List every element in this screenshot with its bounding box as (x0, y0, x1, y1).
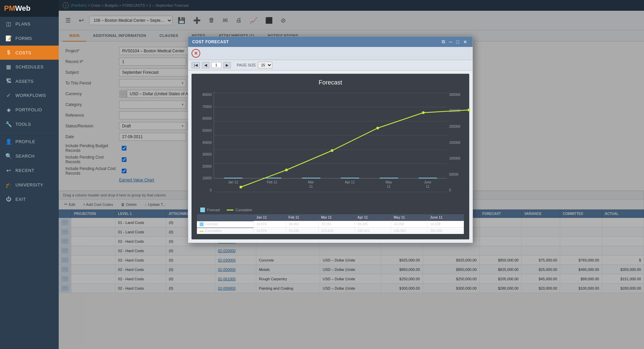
modal-page-bar: |◀ ◀ ▶ PAGE SIZE 15 25 50 (188, 60, 473, 70)
sidebar-item-forms[interactable]: 📝 FORMS (0, 31, 59, 46)
x-label-jun: June11 (408, 180, 447, 189)
sidebar-item-profile[interactable]: 👤 PROFILE (0, 134, 59, 149)
sidebar-divider (0, 133, 59, 133)
bar-jun (408, 178, 447, 178)
svg-point-1 (285, 169, 288, 171)
sidebar-item-tools[interactable]: 🔧 TOOLS (0, 117, 59, 131)
page-prev-button[interactable]: ◀ (202, 62, 209, 68)
svg-point-4 (422, 111, 425, 114)
bar-feb (253, 178, 292, 178)
sidebar-item-search[interactable]: 🔍 SEARCH (0, 149, 59, 163)
x-label-feb: Feb 11 (253, 180, 291, 184)
page-next-button[interactable]: ▶ (223, 62, 231, 68)
page-number-input[interactable] (211, 62, 221, 68)
legend-cumulative-icon (227, 210, 233, 211)
legend-cumulative: Cumulative (227, 208, 252, 212)
sidebar-item-recent[interactable]: ↩ RECENT (0, 163, 59, 178)
chart-y-axis-left: 80000 70000 60000 50000 40000 30000 2000… (197, 92, 214, 206)
modal-title-buttons: ⧉ ─ □ ✕ (440, 39, 469, 45)
logo: PMWeb (0, 0, 59, 17)
page-first-button[interactable]: |◀ (192, 62, 200, 68)
modal-title-bar: COST FORECAST ⧉ ─ □ ✕ (188, 37, 473, 47)
bar-may (369, 178, 408, 178)
exit-icon: ⏻ (5, 196, 12, 202)
sidebar-item-assets[interactable]: 🏗 ASSETS (0, 74, 59, 88)
bar-mar (292, 178, 331, 178)
workflows-icon: ✓ (5, 92, 12, 99)
x-label-may: May11 (369, 180, 408, 189)
cumulative-line-svg (214, 92, 447, 178)
search-icon: 🔍 (5, 153, 12, 159)
schedules-icon: ▦ (5, 64, 12, 70)
bar-jan (214, 178, 253, 178)
costs-icon: $ (5, 50, 12, 56)
legend-forecast-icon (200, 208, 205, 212)
sidebar: PMWeb ◫ PLANS 📝 FORMS $ COSTS ▦ SCHEDULE… (0, 0, 59, 349)
modal-close-button[interactable]: ✕ (462, 39, 469, 45)
sidebar-item-portfolio[interactable]: ◈ PORTFOLIO (0, 103, 59, 117)
plans-icon: ◫ (5, 21, 12, 27)
data-row-forecast: Forecast 14,974 38,462 70,191 69,285 43,… (197, 221, 464, 228)
profile-icon: 👤 (5, 138, 12, 145)
modal-title: COST FORECAST (192, 40, 229, 44)
data-row-cumulative: Cumulative 14,974 53,436 123,626 192,911… (197, 228, 464, 234)
chart-legend: Forecast Cumulative (197, 206, 464, 214)
modal-maximize-button[interactable]: □ (455, 39, 461, 45)
chart-title: Forecast (197, 79, 464, 86)
legend-forecast: Forecast (200, 208, 220, 212)
university-icon: 🎓 (5, 182, 12, 188)
svg-point-3 (376, 127, 379, 129)
chart-data-table: Jan 11 Feb 11 Mar 11 Apr 11 May 11 June … (197, 214, 464, 234)
sidebar-item-exit[interactable]: ⏻ EXIT (0, 192, 59, 206)
x-label-apr: Apr 11 (330, 180, 369, 184)
sidebar-item-costs[interactable]: $ COSTS (0, 46, 59, 60)
cost-forecast-modal: COST FORECAST ⧉ ─ □ ✕ ✕ |◀ ◀ ▶ PAGE SIZE… (188, 36, 473, 243)
bar-apr (330, 178, 369, 178)
modal-restore-button[interactable]: ⧉ (440, 39, 446, 45)
sidebar-item-workflows[interactable]: ✓ WORKFLOWS (0, 88, 59, 103)
svg-point-2 (331, 149, 333, 152)
page-size-label: PAGE SIZE (237, 63, 256, 67)
tools-icon: 🔧 (5, 121, 12, 127)
chart-y-axis-right: 300000 250000 200000 150000 100000 50000… (447, 92, 464, 206)
assets-icon: 🏗 (5, 78, 12, 84)
svg-point-5 (468, 109, 470, 111)
modal-toolbar: ✕ (188, 47, 473, 60)
chart-container: Forecast 80000 70000 60000 50000 40000 3… (192, 74, 469, 239)
page-size-select[interactable]: 15 25 50 (258, 62, 272, 68)
x-label-mar: Mar11 (291, 180, 330, 189)
modal-close-circle-button[interactable]: ✕ (192, 49, 200, 58)
portfolio-icon: ◈ (5, 107, 12, 113)
sidebar-item-schedules[interactable]: ▦ SCHEDULES (0, 60, 59, 74)
x-label-jan: Jan 11 (214, 180, 253, 184)
sidebar-item-university[interactable]: 🎓 UNIVERSITY (0, 178, 59, 192)
forms-icon: 📝 (5, 35, 12, 42)
modal-minimize-button[interactable]: ─ (448, 39, 454, 45)
sidebar-item-plans[interactable]: ◫ PLANS (0, 17, 59, 31)
recent-icon: ↩ (5, 167, 12, 174)
chart-bars-area: Jan 11 Feb 11 Mar11 Apr 11 May11 June11 (214, 92, 447, 206)
